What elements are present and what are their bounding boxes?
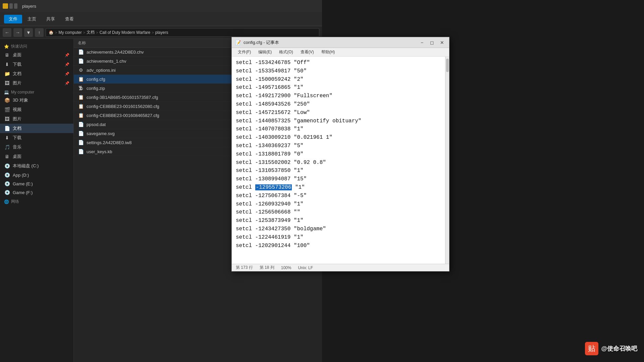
file-name-4: config.zip	[87, 86, 105, 91]
video-icon: 🎬	[4, 107, 10, 112]
documents-icon: 📄	[4, 126, 10, 131]
notepad-menu-view[interactable]: 查看(V)	[297, 49, 317, 56]
address-bar[interactable]: 🏠 > My computer > 文档 > Call of Duty Mode…	[46, 28, 319, 37]
sidebar-item-desktop-quick[interactable]: 🖥 桌面 📌	[0, 50, 73, 60]
computer-icon: 💻	[4, 90, 9, 95]
sidebar-item-pictures[interactable]: 🖼 图片	[0, 114, 73, 124]
sidebar-item-f[interactable]: 💿 Game (F:)	[0, 188, 73, 197]
address-home-icon: 🏠	[49, 30, 54, 35]
file-icon-1: 📄	[78, 58, 84, 64]
download-icon: ⬇	[4, 62, 10, 67]
file-name-3: config.cfg	[87, 77, 105, 82]
quick-access-header[interactable]: ⭐ 快速访问	[0, 42, 73, 50]
status-col: 第 18 列	[260, 265, 274, 270]
sidebar-item-downloads[interactable]: ⬇ 下载	[0, 133, 73, 142]
file-name-2: adv_options.ini	[87, 68, 116, 73]
sidebar-item-documents[interactable]: 📄 文档	[0, 124, 73, 133]
ribbon-tab-file[interactable]: 文件	[4, 15, 22, 23]
window-title: players	[22, 4, 36, 9]
watermark: 贴 @使命召唤吧	[585, 342, 637, 355]
drive-d-icon: 💿	[4, 172, 10, 178]
sidebar-item-c[interactable]: 💿 本地磁盘 (C:)	[0, 161, 73, 171]
notepad-menu-edit[interactable]: 编辑(E)	[255, 49, 275, 56]
network-header[interactable]: 🌐 网络	[0, 197, 73, 205]
address-cod[interactable]: Call of Duty Modern Warfare	[100, 30, 151, 35]
sidebar-item-docs-quick[interactable]: 📁 文档 📌	[0, 69, 73, 78]
address-my-computer[interactable]: My computer	[58, 30, 82, 35]
music-icon: 🎵	[4, 144, 10, 150]
back-button[interactable]: ←	[3, 28, 11, 37]
pics-icon: 🖼	[4, 80, 10, 86]
notepad-line-21: setcl -1224461919 "1"	[236, 233, 441, 242]
sidebar-label-downloads: 下载	[13, 135, 21, 141]
notepad-line-20: setcl -1243427350 "boldgame"	[236, 225, 441, 233]
sidebar-label-desktop-quick: 桌面	[13, 52, 21, 58]
desktop-icon: 🖥	[4, 52, 10, 58]
folder-icon	[3, 3, 8, 9]
notepad-menu-file[interactable]: 文件(F)	[234, 49, 254, 56]
forward-button[interactable]: →	[13, 28, 22, 37]
notepad-maximize-button[interactable]: ◻	[428, 39, 436, 46]
menu-icon	[9, 3, 13, 9]
recent-button[interactable]: ▼	[24, 28, 33, 37]
pictures-icon: 🖼	[4, 116, 10, 122]
notepad-line-9: setcl -1403009210 "0.021961 1"	[236, 133, 441, 142]
pin-icon-desktop: 📌	[65, 53, 69, 57]
ribbon-tab-home[interactable]: 主页	[23, 15, 41, 23]
file-icon-9: 📄	[78, 131, 84, 136]
notepad-line-18: setcl -1256506668 ""	[236, 208, 441, 217]
notepad-content[interactable]: setcl -1534246785 "Off"setcl -1533549817…	[232, 57, 445, 264]
notepad-line-12: setcl -1315502002 "0.92 0.8"	[236, 159, 441, 167]
star-icon: ⭐	[4, 44, 9, 49]
address-documents[interactable]: 文档	[87, 29, 95, 35]
file-name-7: config-CE8BBE23-001608465827.cfg	[87, 113, 159, 118]
notepad-minimize-button[interactable]: −	[418, 39, 426, 46]
notepad-line-15: setcl -1295573206 "1"	[236, 183, 441, 192]
notepad-line-4: setcl -1492172900 "Fullscreen"	[236, 92, 441, 100]
watermark-icon: 贴	[585, 342, 598, 355]
title-bar: players	[0, 0, 322, 12]
ribbon-tab-share[interactable]: 共享	[42, 15, 60, 23]
sidebar-label-desktop: 桌面	[13, 154, 21, 160]
file-name-1: achievements_1.chv	[87, 59, 126, 64]
notepad-menu-help[interactable]: 帮助(H)	[318, 49, 338, 56]
file-icon-8: 📄	[78, 122, 84, 127]
ribbon: 文件 主页 共享 查看	[0, 12, 322, 26]
sep1: >	[55, 31, 57, 35]
pin-icon-pics: 📌	[65, 81, 69, 85]
notepad-line-19: setcl -1253873949 "1"	[236, 217, 441, 225]
notepad-line-6: setcl -1457215672 "Low"	[236, 109, 441, 117]
file-name-9: savegame.svg	[87, 131, 115, 136]
notepad-menu: 文件(F) 编辑(E) 格式(O) 查看(V) 帮助(H)	[232, 48, 449, 57]
sidebar-item-video[interactable]: 🎬 视频	[0, 105, 73, 114]
file-name-11: user_keys.kb	[87, 149, 112, 154]
notepad-scrollbar[interactable]	[445, 57, 449, 264]
sidebar-item-pics-quick[interactable]: 🖼 图片 📌	[0, 78, 73, 88]
my-computer-header[interactable]: 💻 My computer	[0, 88, 73, 96]
address-players[interactable]: players	[155, 30, 168, 35]
sidebar-item-3d[interactable]: 📦 3D 对象	[0, 96, 73, 105]
notepad-line-13: setcl -1310537850 "1"	[236, 167, 441, 175]
sidebar-label-music: 音乐	[13, 144, 21, 150]
sidebar-item-e[interactable]: 💿 Game (E:)	[0, 179, 73, 188]
notepad-line-14: setcl -1308994087 "15"	[236, 175, 441, 183]
pin-icon	[14, 3, 17, 9]
file-icon-6: 📋	[78, 104, 84, 109]
sidebar-label-e: Game (E:)	[13, 181, 33, 186]
notepad-menu-format[interactable]: 格式(O)	[276, 49, 296, 56]
file-icon-4: 🗜	[78, 85, 84, 91]
status-line: 第 173 行	[236, 265, 253, 270]
ribbon-tab-view[interactable]: 查看	[60, 15, 78, 23]
sidebar-item-d[interactable]: 💿 App (D:)	[0, 171, 73, 179]
sidebar-item-downloads-quick[interactable]: ⬇ 下载 📌	[0, 60, 73, 69]
sidebar-label-pics-quick: 图片	[13, 80, 21, 86]
file-name-10: settings.2A42D8E0.iw8	[87, 140, 131, 145]
sep4: >	[152, 31, 154, 35]
up-button[interactable]: ↑	[35, 28, 44, 37]
file-name-0: achievements.2A42D8E0.chv	[87, 50, 144, 55]
file-icon-3: 📋	[78, 76, 84, 82]
sidebar-item-desktop[interactable]: 🖥 桌面	[0, 152, 73, 161]
file-icon-2: ⚙	[78, 67, 84, 73]
notepad-close-button[interactable]: ✕	[438, 39, 446, 46]
sidebar-item-music[interactable]: 🎵 音乐	[0, 142, 73, 152]
